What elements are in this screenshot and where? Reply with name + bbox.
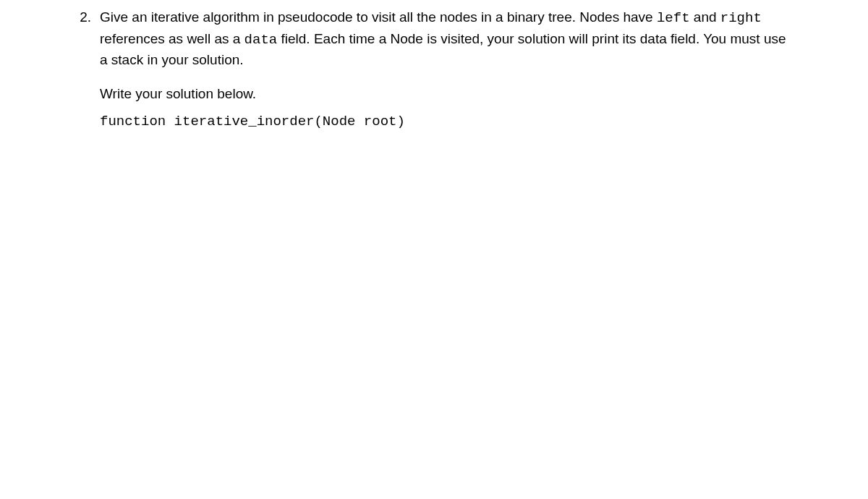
question-body: Give an iterative algorithm in pseudocod…: [100, 7, 797, 132]
code-token-data: data: [244, 32, 278, 48]
text-segment: references as well as a: [100, 31, 244, 46]
function-signature: function iterative_inorder(Node root): [100, 111, 797, 132]
code-token-left: left: [657, 10, 690, 26]
instruction-text: Write your solution below.: [100, 84, 797, 105]
document-page: 2. Give an iterative algorithm in pseudo…: [0, 0, 868, 132]
question-item: 2. Give an iterative algorithm in pseudo…: [71, 7, 797, 132]
text-segment: Give an iterative algorithm in pseudocod…: [100, 9, 657, 25]
code-token-right: right: [720, 10, 762, 26]
text-segment: and: [690, 9, 720, 25]
question-number: 2.: [71, 7, 100, 28]
question-text: Give an iterative algorithm in pseudocod…: [100, 7, 797, 71]
